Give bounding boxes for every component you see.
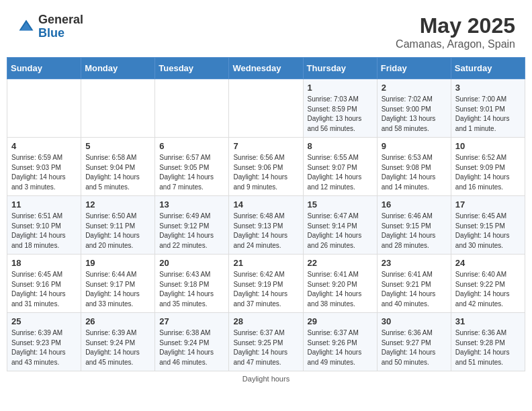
calendar-title: May 2025 [396,13,515,38]
day-of-week-header: Wednesday [229,58,303,79]
day-number: 16 [382,199,447,210]
day-info: Sunrise: 6:37 AMSunset: 9:26 PMDaylight:… [308,328,373,367]
logo-blue: Blue [38,27,83,40]
day-info: Sunrise: 6:40 AMSunset: 9:22 PMDaylight:… [455,270,521,309]
calendar-table: SundayMondayTuesdayWednesdayThursdayFrid… [7,57,525,371]
day-info: Sunrise: 6:59 AMSunset: 9:03 PMDaylight:… [11,153,77,192]
day-number: 25 [11,316,77,326]
page-header: General Blue May 2025 Camanas, Aragon, S… [7,7,525,54]
day-info: Sunrise: 6:45 AMSunset: 9:16 PMDaylight:… [11,270,77,309]
day-number: 24 [455,258,521,268]
day-info: Sunrise: 6:41 AMSunset: 9:20 PMDaylight:… [308,270,373,309]
day-number: 14 [233,199,298,210]
day-number: 3 [455,83,521,93]
footer-text: Daylight hours [242,375,290,383]
calendar-cell: 12Sunrise: 6:50 AMSunset: 9:11 PMDayligh… [81,196,155,255]
day-info: Sunrise: 6:44 AMSunset: 9:17 PMDaylight:… [85,270,150,309]
day-of-week-header: Friday [377,58,451,79]
calendar-cell [229,79,303,138]
day-number: 12 [85,199,150,210]
calendar-cell: 17Sunrise: 6:45 AMSunset: 9:15 PMDayligh… [451,196,525,255]
day-number: 13 [159,199,224,210]
day-info: Sunrise: 6:39 AMSunset: 9:23 PMDaylight:… [11,328,77,367]
day-number: 6 [159,141,224,151]
calendar-cell: 13Sunrise: 6:49 AMSunset: 9:12 PMDayligh… [155,196,229,255]
calendar-cell: 3Sunrise: 7:00 AMSunset: 9:01 PMDaylight… [451,79,525,138]
day-info: Sunrise: 6:53 AMSunset: 9:08 PMDaylight:… [382,153,447,192]
day-of-week-header: Monday [81,58,155,79]
day-number: 27 [159,316,224,326]
day-number: 19 [85,258,150,268]
day-info: Sunrise: 6:48 AMSunset: 9:13 PMDaylight:… [233,212,298,250]
day-info: Sunrise: 6:45 AMSunset: 9:15 PMDaylight:… [455,212,521,250]
calendar-cell: 24Sunrise: 6:40 AMSunset: 9:22 PMDayligh… [451,255,525,313]
calendar-cell: 31Sunrise: 6:36 AMSunset: 9:28 PMDayligh… [451,313,525,371]
day-of-week-header: Sunday [7,58,81,79]
day-number: 10 [455,141,521,151]
day-info: Sunrise: 6:41 AMSunset: 9:21 PMDaylight:… [382,270,447,309]
day-info: Sunrise: 6:58 AMSunset: 9:04 PMDaylight:… [85,153,150,192]
calendar-cell: 18Sunrise: 6:45 AMSunset: 9:16 PMDayligh… [7,255,81,313]
day-number: 22 [308,258,373,268]
calendar-body: 1Sunrise: 7:03 AMSunset: 8:59 PMDaylight… [7,79,525,371]
calendar-cell: 19Sunrise: 6:44 AMSunset: 9:17 PMDayligh… [81,255,155,313]
calendar-cell: 8Sunrise: 6:55 AMSunset: 9:07 PMDaylight… [303,138,377,196]
calendar-subtitle: Camanas, Aragon, Spain [396,38,515,50]
calendar-cell: 16Sunrise: 6:46 AMSunset: 9:15 PMDayligh… [377,196,451,255]
logo: General Blue [17,13,83,40]
calendar-week-row: 11Sunrise: 6:51 AMSunset: 9:10 PMDayligh… [7,196,525,255]
calendar-cell [7,79,81,138]
calendar-week-row: 1Sunrise: 7:03 AMSunset: 8:59 PMDaylight… [7,79,525,138]
day-info: Sunrise: 6:47 AMSunset: 9:14 PMDaylight:… [308,212,373,250]
day-info: Sunrise: 6:43 AMSunset: 9:18 PMDaylight:… [159,270,224,309]
calendar-cell: 20Sunrise: 6:43 AMSunset: 9:18 PMDayligh… [155,255,229,313]
day-number: 7 [233,141,298,151]
calendar-week-row: 4Sunrise: 6:59 AMSunset: 9:03 PMDaylight… [7,138,525,196]
day-number: 23 [382,258,447,268]
calendar-cell: 25Sunrise: 6:39 AMSunset: 9:23 PMDayligh… [7,313,81,371]
day-number: 29 [308,316,373,326]
calendar-cell: 28Sunrise: 6:37 AMSunset: 9:25 PMDayligh… [229,313,303,371]
calendar-cell: 30Sunrise: 6:36 AMSunset: 9:27 PMDayligh… [377,313,451,371]
day-info: Sunrise: 6:50 AMSunset: 9:11 PMDaylight:… [85,212,150,250]
calendar-header: SundayMondayTuesdayWednesdayThursdayFrid… [7,58,525,79]
title-block: May 2025 Camanas, Aragon, Spain [396,13,515,50]
day-info: Sunrise: 7:02 AMSunset: 9:00 PMDaylight:… [382,95,447,134]
day-info: Sunrise: 6:36 AMSunset: 9:27 PMDaylight:… [382,328,447,367]
day-number: 26 [85,316,150,326]
day-number: 11 [11,199,77,210]
logo-general: General [38,13,83,27]
logo-text: General Blue [38,13,83,40]
calendar-cell: 11Sunrise: 6:51 AMSunset: 9:10 PMDayligh… [7,196,81,255]
day-of-week-header: Saturday [451,58,525,79]
calendar-cell: 14Sunrise: 6:48 AMSunset: 9:13 PMDayligh… [229,196,303,255]
day-number: 18 [11,258,77,268]
day-number: 31 [455,316,521,326]
day-number: 17 [455,199,521,210]
day-info: Sunrise: 6:51 AMSunset: 9:10 PMDaylight:… [11,212,77,250]
day-number: 9 [382,141,447,151]
calendar-cell [155,79,229,138]
day-number: 4 [11,141,77,151]
day-info: Sunrise: 6:39 AMSunset: 9:24 PMDaylight:… [85,328,150,367]
day-info: Sunrise: 7:03 AMSunset: 8:59 PMDaylight:… [308,95,373,134]
day-info: Sunrise: 6:42 AMSunset: 9:19 PMDaylight:… [233,270,298,309]
calendar-cell: 4Sunrise: 6:59 AMSunset: 9:03 PMDaylight… [7,138,81,196]
calendar-cell: 22Sunrise: 6:41 AMSunset: 9:20 PMDayligh… [303,255,377,313]
calendar-cell: 9Sunrise: 6:53 AMSunset: 9:08 PMDaylight… [377,138,451,196]
calendar-cell: 10Sunrise: 6:52 AMSunset: 9:09 PMDayligh… [451,138,525,196]
calendar-cell: 15Sunrise: 6:47 AMSunset: 9:14 PMDayligh… [303,196,377,255]
day-number: 30 [382,316,447,326]
calendar-cell: 27Sunrise: 6:38 AMSunset: 9:24 PMDayligh… [155,313,229,371]
day-info: Sunrise: 6:46 AMSunset: 9:15 PMDaylight:… [382,212,447,250]
day-info: Sunrise: 6:55 AMSunset: 9:07 PMDaylight:… [308,153,373,192]
day-number: 21 [233,258,298,268]
day-info: Sunrise: 6:49 AMSunset: 9:12 PMDaylight:… [159,212,224,250]
day-number: 28 [233,316,298,326]
day-number: 1 [308,83,373,93]
calendar-cell: 29Sunrise: 6:37 AMSunset: 9:26 PMDayligh… [303,313,377,371]
calendar-cell: 6Sunrise: 6:57 AMSunset: 9:05 PMDaylight… [155,138,229,196]
calendar-cell: 5Sunrise: 6:58 AMSunset: 9:04 PMDaylight… [81,138,155,196]
day-info: Sunrise: 7:00 AMSunset: 9:01 PMDaylight:… [455,95,521,134]
calendar-cell: 23Sunrise: 6:41 AMSunset: 9:21 PMDayligh… [377,255,451,313]
